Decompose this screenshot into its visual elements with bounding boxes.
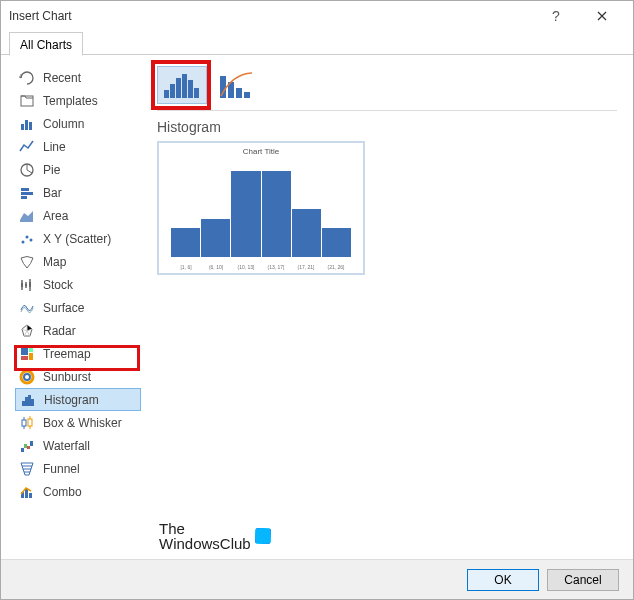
- bar: [231, 171, 260, 257]
- svg-rect-31: [25, 489, 28, 498]
- chart-preview[interactable]: Chart Title [1, 6](6, 10](10, 13](13, 17…: [157, 141, 365, 275]
- column-icon: [19, 116, 35, 132]
- pareto-icon: [218, 70, 258, 100]
- svg-rect-41: [236, 88, 242, 98]
- sidebar-item-label: Surface: [43, 301, 84, 315]
- sidebar-item-surface[interactable]: Surface: [15, 296, 141, 319]
- svg-rect-24: [22, 420, 26, 426]
- radar-icon: [19, 323, 35, 339]
- svg-rect-2: [25, 120, 28, 130]
- sidebar-item-stock[interactable]: Stock: [15, 273, 141, 296]
- sidebar-item-label: Sunburst: [43, 370, 91, 384]
- x-label: (10, 13]: [231, 264, 261, 270]
- svg-rect-12: [25, 284, 27, 286]
- sidebar-item-label: Stock: [43, 278, 73, 292]
- sidebar: RecentTemplatesColumnLinePieBarAreaX Y (…: [1, 56, 141, 559]
- funnel-icon: [19, 461, 35, 477]
- sidebar-item-templates[interactable]: Templates: [15, 89, 141, 112]
- recent-icon: [19, 70, 35, 86]
- svg-point-18: [21, 371, 33, 383]
- close-icon: [597, 11, 607, 21]
- titlebar: Insert Chart ?: [1, 1, 633, 31]
- svg-rect-25: [28, 419, 32, 426]
- sidebar-item-sunburst[interactable]: Sunburst: [15, 365, 141, 388]
- sidebar-item-treemap[interactable]: Treemap: [15, 342, 141, 365]
- subtype-histogram[interactable]: [157, 66, 207, 104]
- sidebar-item-area[interactable]: Area: [15, 204, 141, 227]
- svg-rect-26: [21, 448, 24, 452]
- waterfall-icon: [19, 438, 35, 454]
- sidebar-item-label: Bar: [43, 186, 62, 200]
- svg-rect-5: [21, 188, 29, 191]
- sidebar-item-map[interactable]: Map: [15, 250, 141, 273]
- sidebar-item-bar[interactable]: Bar: [15, 181, 141, 204]
- sidebar-item-label: Waterfall: [43, 439, 90, 453]
- sidebar-item-pie[interactable]: Pie: [15, 158, 141, 181]
- svg-rect-17: [21, 356, 28, 360]
- windowsclub-logo-icon: [255, 528, 271, 544]
- x-axis-labels: [1, 6](6, 10](10, 13](13, 17](17, 21](21…: [171, 264, 351, 270]
- x-label: (13, 17]: [261, 264, 291, 270]
- sidebar-item-recent[interactable]: Recent: [15, 66, 141, 89]
- svg-rect-44: [255, 528, 271, 544]
- bar: [322, 228, 351, 257]
- sidebar-item-funnel[interactable]: Funnel: [15, 457, 141, 480]
- tab-all-charts[interactable]: All Charts: [9, 32, 83, 56]
- ok-button[interactable]: OK: [467, 569, 539, 591]
- surface-icon: [19, 300, 35, 316]
- sidebar-item-radar[interactable]: Radar: [15, 319, 141, 342]
- svg-rect-11: [21, 283, 23, 287]
- svg-rect-7: [21, 196, 27, 199]
- sidebar-item-combo[interactable]: Combo: [15, 480, 141, 503]
- svg-rect-38: [194, 88, 199, 98]
- svg-rect-16: [29, 353, 33, 360]
- stock-icon: [19, 277, 35, 293]
- svg-rect-15: [29, 348, 33, 352]
- subtype-row: [157, 66, 617, 104]
- sidebar-item-line[interactable]: Line: [15, 135, 141, 158]
- watermark: The WindowsClub: [159, 521, 271, 551]
- sidebar-item-label: Radar: [43, 324, 76, 338]
- sidebar-item-label: Map: [43, 255, 66, 269]
- svg-point-19: [24, 374, 30, 380]
- cancel-button[interactable]: Cancel: [547, 569, 619, 591]
- chart-type-label: Histogram: [157, 119, 617, 135]
- bar-icon: [19, 185, 35, 201]
- x-label: [1, 6]: [171, 264, 201, 270]
- tab-strip: All Charts: [1, 31, 633, 55]
- sidebar-item-label: Templates: [43, 94, 98, 108]
- box-whisker-icon: [19, 415, 35, 431]
- sidebar-item-waterfall[interactable]: Waterfall: [15, 434, 141, 457]
- sidebar-item-label: Funnel: [43, 462, 80, 476]
- sidebar-item-box-whisker[interactable]: Box & Whisker: [15, 411, 141, 434]
- chart-area: [171, 161, 351, 257]
- bar: [201, 219, 230, 257]
- subtype-pareto[interactable]: [213, 66, 263, 104]
- sidebar-item-label: Histogram: [44, 393, 99, 407]
- line-icon: [19, 139, 35, 155]
- svg-point-9: [26, 235, 29, 238]
- svg-rect-28: [27, 446, 30, 449]
- close-button[interactable]: [579, 1, 625, 31]
- sidebar-item-column[interactable]: Column: [15, 112, 141, 135]
- watermark-line2: WindowsClub: [159, 536, 251, 551]
- footer: OK Cancel: [1, 559, 633, 599]
- sidebar-item-x-y-scatter-[interactable]: X Y (Scatter): [15, 227, 141, 250]
- bar: [171, 228, 200, 257]
- templates-icon: [19, 93, 35, 109]
- x-label: (21, 26]: [321, 264, 351, 270]
- svg-rect-3: [29, 122, 32, 130]
- help-button[interactable]: ?: [533, 1, 579, 31]
- bar: [292, 209, 321, 257]
- sidebar-item-label: Pie: [43, 163, 60, 177]
- preview-title: Chart Title: [159, 143, 363, 156]
- sidebar-item-label: Line: [43, 140, 66, 154]
- sidebar-item-histogram[interactable]: Histogram: [15, 388, 141, 411]
- svg-rect-27: [24, 444, 27, 448]
- svg-rect-34: [170, 84, 175, 98]
- main-pane: Histogram Chart Title [1, 6](6, 10](10, …: [141, 56, 633, 559]
- svg-rect-23: [31, 399, 34, 406]
- histogram-icon: [162, 70, 202, 100]
- svg-rect-36: [182, 74, 187, 98]
- x-y-scatter--icon: [19, 231, 35, 247]
